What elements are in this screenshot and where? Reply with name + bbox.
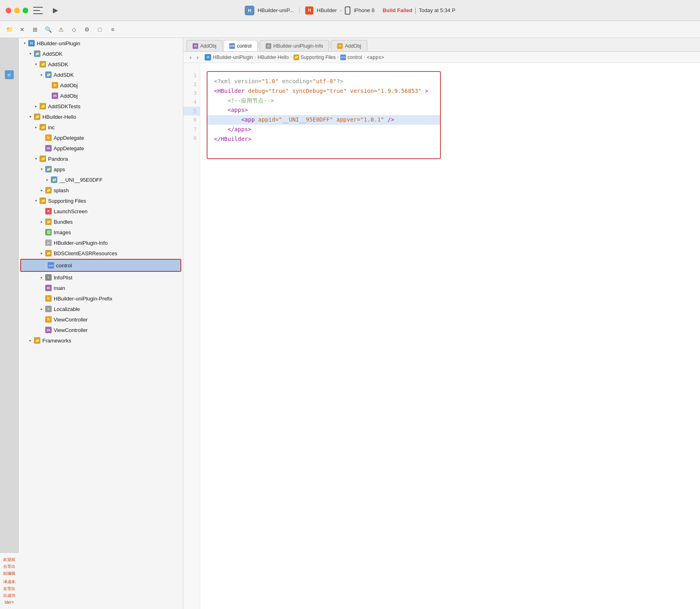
toolbar-menu-icon[interactable]: ≡ xyxy=(107,24,119,35)
tabbar: m AddObj xml control pl HBuilder-uniPlug… xyxy=(183,38,700,52)
tab-plist[interactable]: pl HBuilder-uniPlugin-Info xyxy=(260,40,329,51)
sidebar-label-viewcontroller-h: ViewController xyxy=(54,317,88,323)
traffic-lights xyxy=(6,8,28,13)
toolbar-warning-icon[interactable]: ⚠ xyxy=(55,24,67,35)
tab-addobj-h[interactable]: h AddObj xyxy=(331,40,367,51)
sidebar-item-infoplist[interactable]: ▸ ≡ InfoPlist xyxy=(19,272,183,283)
breadcrumb-item-3[interactable]: Supporting Files xyxy=(301,55,336,60)
separator xyxy=(300,7,300,14)
sidebar-item-plist[interactable]: ▸ pl HBuilder-uniPlugin-Info xyxy=(19,237,183,248)
device-label: iPhone 8 xyxy=(354,7,374,13)
close-button[interactable] xyxy=(6,8,11,13)
code-block: <?xml version="1.0" encoding="utf-8"?> <… xyxy=(207,71,441,159)
sidebar-toggle[interactable] xyxy=(33,7,43,14)
sidebar-label-uni-id: __UNI__95E0DFF xyxy=(59,177,103,183)
sidebar-item-pandora[interactable]: ▾ 📁 Pandora xyxy=(19,153,183,164)
maximize-button[interactable] xyxy=(23,8,28,13)
toolbar-diamond-icon[interactable]: ◇ xyxy=(68,24,80,35)
sidebar-item-addsdktests[interactable]: ▸ 📁 AddSDKTests xyxy=(19,101,183,111)
code-editor[interactable]: 1 2 3 4 5 6 7 8 <?xml version="1.0" enco… xyxy=(183,63,700,609)
sidebar-item-supporting-files[interactable]: ▾ 📁 Supporting Files xyxy=(19,195,183,206)
sidebar-item-hbuilder-hello[interactable]: ▾ 📁 HBuilder-Hello xyxy=(19,111,183,122)
sidebar-item-appdelegate-h[interactable]: ▸ h AppDelegate xyxy=(19,132,183,143)
code-content: <?xml version="1.0" encoding="utf-8"?> <… xyxy=(200,63,700,609)
sidebar-item-appdelegate-m[interactable]: ▸ m AppDelegate xyxy=(19,143,183,153)
sidebar-label-plist: HBuilder-uniPlugin-Info xyxy=(54,240,108,246)
nav-forward-arrow[interactable]: › xyxy=(195,54,200,61)
sidebar-item-bds[interactable]: ▸ 📁 BDSClientEASRResources xyxy=(19,248,183,258)
toolbar-folder-icon[interactable]: 📁 xyxy=(3,24,15,35)
toolbar-rect-icon[interactable]: □ xyxy=(94,24,106,35)
sidebar-item-addsdk-l2[interactable]: ▾ 📁 AddSDK xyxy=(19,59,183,69)
sidebar-item-localizable[interactable]: ▸ ≡ Localizable xyxy=(19,304,183,314)
sidebar-item-splash[interactable]: ▸ 📁 splash xyxy=(19,185,183,195)
tab-label-control: control xyxy=(237,43,251,49)
sidebar-label-appdelegate-h: AppDelegate xyxy=(54,135,84,141)
breadcrumb-item-2[interactable]: HBuilder-Hello xyxy=(258,55,289,60)
code-line-2: <HBuilder debug="true" syncDebug="true" … xyxy=(214,86,434,96)
breadcrumb-sep1: › xyxy=(340,8,342,13)
sidebar-label-main: main xyxy=(54,285,65,291)
sidebar-item-control[interactable]: ▸ xml control xyxy=(20,259,181,272)
sidebar-item-images[interactable]: ▸ 🖼 Images xyxy=(19,227,183,237)
sidebar-label-root: HBuilder-uniPlugin xyxy=(37,40,80,46)
breadcrumb-item-1[interactable]: HBuilder-uniPlugin xyxy=(213,55,253,60)
breadcrumb-item-5[interactable]: <apps> xyxy=(367,55,384,60)
sidebar-item-prefix[interactable]: ▸ h HBuilder-uniPlugin-Prefix xyxy=(19,293,183,304)
sidebar-item-apps[interactable]: ▾ 📁 apps xyxy=(19,164,183,174)
toolbar-x-icon[interactable]: ✕ xyxy=(16,24,28,35)
titlebar: ▶ H HBuilder-uniP... H HBuilder › iPhone… xyxy=(0,0,700,21)
build-failed-label: Build Failed xyxy=(383,7,413,13)
breadcrumb-chevron-4: › xyxy=(364,55,365,59)
device-icon xyxy=(345,6,350,15)
toolbar-grid-icon[interactable]: ⊞ xyxy=(29,24,41,35)
tab-label-addobj-h: AddObj xyxy=(345,43,361,49)
sidebar-item-addsdk-l3[interactable]: ▸ 📁 AddSDK xyxy=(19,69,183,80)
tab-addobj-m[interactable]: m AddObj xyxy=(187,40,222,51)
tab-control[interactable]: xml control xyxy=(223,40,258,51)
minimize-button[interactable] xyxy=(14,8,20,13)
build-separator: | xyxy=(415,7,416,14)
sidebar-item-viewcontroller-h[interactable]: ▸ h ViewController xyxy=(19,314,183,325)
sidebar-item-inc[interactable]: ▸ 📁 inc xyxy=(19,122,183,132)
toolbar-gear-icon[interactable]: ⚙ xyxy=(81,24,93,35)
tab-icon-plist: pl xyxy=(266,43,271,49)
sidebar-item-addsdk-l1[interactable]: ▾ 📁 AddSDK xyxy=(19,48,183,59)
sidebar-item-addobj-m[interactable]: ▸ m AddObj xyxy=(19,90,183,101)
breadcrumb-chevron-1: › xyxy=(255,55,256,59)
sidebar-label-frameworks: Frameworks xyxy=(42,338,71,344)
sidebar-item-bundles[interactable]: ▸ 📁 Bundles xyxy=(19,216,183,227)
sidebar-label-addsdk-l1: AddSDK xyxy=(42,51,63,57)
editor-breadcrumb: ‹ › H HBuilder-uniPlugin › HBuilder-Hell… xyxy=(183,52,700,63)
hbuilder-icon: H xyxy=(306,6,314,15)
tab-icon-m: m xyxy=(193,43,198,49)
sidebar-label-viewcontroller-m: ViewController xyxy=(54,327,88,333)
app-icon: H xyxy=(245,6,254,15)
titlebar-center: H HBuilder-uniP... H HBuilder › iPhone 8… xyxy=(245,6,455,15)
sidebar-label-prefix: HBuilder-uniPlugin-Prefix xyxy=(54,296,112,302)
sidebar-item-uni-id[interactable]: ▸ 📁 __UNI__95E0DFF xyxy=(19,174,183,185)
sidebar-item-main[interactable]: ▸ m main xyxy=(19,283,183,293)
sidebar-item-launchscreen[interactable]: ▸ ✕ LaunchScreen xyxy=(19,206,183,216)
sidebar-item-viewcontroller-m[interactable]: ▸ m ViewController xyxy=(19,325,183,335)
breadcrumb-item-4[interactable]: control xyxy=(348,55,362,60)
sidebar-item-hbuilder-uniplugin[interactable]: ▾ H HBuilder-uniPlugin xyxy=(19,38,183,48)
sidebar-item-frameworks[interactable]: ▸ 📁 Frameworks xyxy=(19,335,183,346)
sidebar-item-addobj-h[interactable]: ▸ h AddObj xyxy=(19,80,183,90)
sidebar-label-supporting-files: Supporting Files xyxy=(48,198,86,204)
sidebar-label-bds: BDSClientEASRResources xyxy=(54,250,117,256)
nav-back-arrow[interactable]: ‹ xyxy=(188,54,193,61)
line-numbers: 1 2 3 4 5 6 7 8 xyxy=(183,63,200,609)
app-title: HBuilder-uniP... xyxy=(258,7,293,13)
code-line-6: </apps> xyxy=(214,125,434,134)
sidebar-label-launchscreen: LaunchScreen xyxy=(54,208,88,214)
sidebar-label-localizable: Localizable xyxy=(54,306,80,312)
run-button[interactable]: ▶ xyxy=(49,4,61,17)
breadcrumb-control-icon: xml xyxy=(340,55,346,60)
toolbar-search-icon[interactable]: 🔍 xyxy=(42,24,54,35)
build-time: Today at 5:34 P xyxy=(419,7,455,13)
hbuilder-label: HBuilder xyxy=(317,7,337,13)
code-line-8 xyxy=(214,144,434,154)
sidebar-label-apps: apps xyxy=(54,166,65,172)
left-edge-blue-btn[interactable]: st xyxy=(5,70,14,79)
